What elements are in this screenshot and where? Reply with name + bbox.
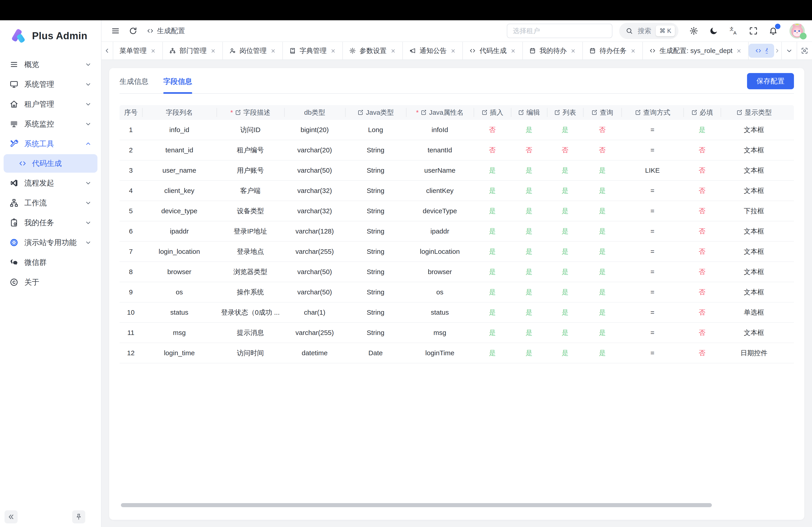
- cell-insert[interactable]: 是: [474, 328, 511, 337]
- cell-field[interactable]: msg: [406, 329, 474, 336]
- cell-mode[interactable]: =: [621, 146, 683, 154]
- cell-required[interactable]: 否: [683, 348, 721, 358]
- cell-query[interactable]: 是: [583, 227, 621, 236]
- page-tab-7[interactable]: 代码生成: [463, 42, 523, 60]
- sidebar-item-2[interactable]: 系统管理: [4, 74, 98, 94]
- cell-desc[interactable]: 访问时间: [217, 348, 284, 358]
- tab-close-button[interactable]: [150, 48, 156, 54]
- page-tab-8[interactable]: 我的待办: [523, 42, 583, 60]
- cell-display[interactable]: 文本框: [721, 227, 787, 236]
- cell-edit[interactable]: 是: [511, 186, 547, 195]
- cell-java[interactable]: String: [345, 227, 406, 235]
- cell-field[interactable]: loginLocation: [406, 248, 474, 255]
- cell-mode[interactable]: =: [621, 329, 683, 336]
- cell-field[interactable]: userName: [406, 167, 474, 174]
- cell-edit[interactable]: 是: [511, 247, 547, 256]
- page-tab-10[interactable]: 生成配置: sys_role_dept: [643, 42, 749, 60]
- cell-required[interactable]: 否: [683, 207, 721, 216]
- cell-display[interactable]: 单选框: [721, 308, 787, 317]
- cell-insert[interactable]: 是: [474, 166, 511, 175]
- config-tab-1[interactable]: 生成信息: [119, 77, 148, 93]
- cell-insert[interactable]: 是: [474, 227, 511, 236]
- cell-insert[interactable]: 是: [474, 186, 511, 195]
- page-tab-4[interactable]: 字典管理: [283, 42, 343, 60]
- cell-query[interactable]: 是: [583, 348, 621, 358]
- cell-desc[interactable]: 客户端: [217, 186, 284, 195]
- save-config-button[interactable]: 保存配置: [747, 73, 794, 89]
- sidebar-item-1[interactable]: 概览: [4, 55, 98, 74]
- cell-list[interactable]: 是: [547, 328, 583, 337]
- cell-list[interactable]: 是: [547, 247, 583, 256]
- cell-insert[interactable]: 是: [474, 288, 511, 297]
- cell-field[interactable]: os: [406, 288, 474, 296]
- sidebar-item-9[interactable]: 演示站专用功能: [4, 232, 98, 253]
- sidebar-item-6[interactable]: 流程发起: [4, 173, 98, 193]
- settings-button[interactable]: [689, 26, 699, 36]
- tabs-scroll-right-button[interactable]: [774, 42, 781, 60]
- cell-edit[interactable]: 是: [511, 288, 547, 297]
- cell-required[interactable]: 否: [683, 267, 721, 276]
- tab-close-button[interactable]: [270, 48, 276, 54]
- sidebar-item-11[interactable]: 关于: [4, 272, 98, 292]
- cell-field[interactable]: browser: [406, 268, 474, 276]
- cell-required[interactable]: 是: [683, 125, 721, 135]
- cell-query[interactable]: 是: [583, 247, 621, 256]
- cell-list[interactable]: 是: [547, 166, 583, 175]
- cell-mode[interactable]: LIKE: [621, 167, 683, 174]
- language-button[interactable]: 文A: [728, 26, 738, 36]
- cell-query[interactable]: 是: [583, 288, 621, 297]
- cell-field[interactable]: tenantId: [406, 146, 474, 154]
- sidebar-pin-button[interactable]: [72, 510, 85, 523]
- cell-edit[interactable]: 否: [511, 146, 547, 155]
- cell-mode[interactable]: =: [621, 288, 683, 296]
- cell-java[interactable]: String: [345, 146, 406, 154]
- content-maximize-button[interactable]: [797, 42, 812, 60]
- cell-display[interactable]: 文本框: [721, 288, 787, 297]
- page-tab-2[interactable]: 部门管理: [163, 42, 223, 60]
- cell-insert[interactable]: 是: [474, 267, 511, 276]
- cell-desc[interactable]: 浏览器类型: [217, 267, 284, 276]
- cell-mode[interactable]: =: [621, 308, 683, 316]
- tab-close-button[interactable]: [570, 48, 576, 54]
- cell-required[interactable]: 否: [683, 146, 721, 155]
- cell-java[interactable]: String: [345, 248, 406, 255]
- cell-list[interactable]: 是: [547, 267, 583, 276]
- tab-close-button[interactable]: [210, 48, 216, 54]
- cell-edit[interactable]: 是: [511, 308, 547, 317]
- cell-insert[interactable]: 是: [474, 207, 511, 216]
- cell-query[interactable]: 是: [583, 267, 621, 276]
- cell-java[interactable]: Long: [345, 126, 406, 134]
- cell-edit[interactable]: 是: [511, 207, 547, 216]
- cell-desc[interactable]: 提示消息: [217, 328, 284, 337]
- cell-edit[interactable]: 是: [511, 227, 547, 236]
- page-tab-1[interactable]: 菜单管理: [113, 42, 163, 60]
- cell-display[interactable]: 文本框: [721, 247, 787, 256]
- cell-field[interactable]: ipaddr: [406, 227, 474, 235]
- cell-insert[interactable]: 否: [474, 125, 511, 135]
- cell-required[interactable]: 否: [683, 186, 721, 195]
- fullscreen-button[interactable]: [749, 26, 758, 36]
- cell-query[interactable]: 否: [583, 125, 621, 135]
- cell-list[interactable]: 是: [547, 125, 583, 135]
- cell-display[interactable]: 下拉框: [721, 207, 787, 216]
- tab-close-button[interactable]: [450, 48, 456, 54]
- cell-field[interactable]: infoId: [406, 126, 474, 134]
- cell-edit[interactable]: 是: [511, 166, 547, 175]
- cell-edit[interactable]: 是: [511, 267, 547, 276]
- cell-required[interactable]: 否: [683, 227, 721, 236]
- cell-display[interactable]: 文本框: [721, 166, 787, 175]
- cell-query[interactable]: 是: [583, 186, 621, 195]
- cell-java[interactable]: String: [345, 268, 406, 276]
- tab-close-button[interactable]: [390, 48, 396, 54]
- cell-desc[interactable]: 设备类型: [217, 207, 284, 216]
- cell-insert[interactable]: 是: [474, 308, 511, 317]
- cell-required[interactable]: 否: [683, 308, 721, 317]
- cell-list[interactable]: 是: [547, 227, 583, 236]
- page-tab-11[interactable]: 生成配置: sys_lo: [749, 44, 774, 58]
- cell-desc[interactable]: 访问ID: [217, 125, 284, 135]
- cell-java[interactable]: String: [345, 187, 406, 195]
- tenant-select-input[interactable]: [507, 24, 612, 38]
- cell-mode[interactable]: =: [621, 248, 683, 255]
- sidebar-collapse-button[interactable]: [4, 510, 18, 523]
- cell-query[interactable]: 否: [583, 146, 621, 155]
